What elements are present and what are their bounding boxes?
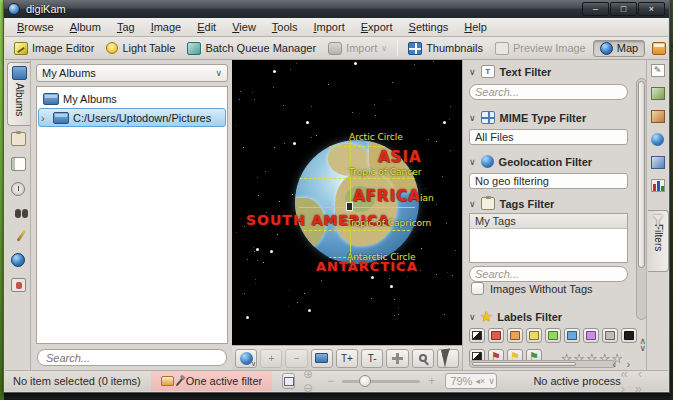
geolocation-filter-header[interactable]: ∨ Geolocation Filter (469, 155, 592, 168)
thumbnails-button[interactable]: Thumbnails (403, 40, 488, 57)
collapse-icon[interactable]: ∨ (469, 157, 476, 167)
minimize-button[interactable]: – (582, 2, 609, 16)
map-theme-button[interactable]: ∨ (235, 349, 257, 368)
color-label-orange-button[interactable] (507, 328, 523, 343)
preview-image-button[interactable]: Preview Image (490, 40, 591, 57)
text-filter-header[interactable]: ∨ T Text Filter (469, 65, 551, 78)
color-label-blue-button[interactable] (564, 328, 580, 343)
collapse-icon[interactable]: ∨ (469, 67, 476, 77)
mime-filter-combo[interactable]: All Files (469, 129, 628, 145)
sidebar-tab-search-icon[interactable] (15, 209, 21, 218)
zoom-level-combo[interactable]: 79% ◂× ∨ (445, 373, 497, 389)
map-zoom-out-button[interactable]: − (285, 349, 307, 368)
collapse-icon[interactable]: ∨ (469, 113, 476, 123)
gps-marker[interactable] (346, 202, 353, 211)
navigation-buttons[interactable]: « ‹ › » (621, 366, 658, 396)
zoom-slider-handle[interactable] (359, 375, 371, 387)
tags-list[interactable]: My Tags (469, 213, 628, 263)
images-without-tags-checkbox[interactable] (471, 282, 484, 295)
color-label-magenta-button[interactable] (583, 328, 599, 343)
collapse-icon[interactable]: ∨ (469, 312, 476, 322)
sidebar-tab-versions-icon[interactable] (651, 156, 665, 169)
sidebar-tab-geolocation-icon[interactable] (651, 133, 664, 146)
sidebar-tab-fuzzy-icon[interactable] (16, 229, 26, 241)
tree-item-my-albums[interactable]: My Albums (37, 89, 227, 108)
active-filter-indicator[interactable]: One active filter (151, 371, 272, 391)
tags-list-header[interactable]: My Tags (470, 214, 627, 229)
filters-horizontal-scrollbar[interactable] (469, 360, 616, 368)
dropdown-icon[interactable]: ∨ (488, 376, 495, 386)
sidebar-tab-colors-icon[interactable] (651, 179, 665, 192)
albums-view-combo[interactable]: My Albums ∨ (36, 64, 228, 82)
menu-import[interactable]: Import (306, 19, 353, 35)
color-label-green-button[interactable] (545, 328, 561, 343)
maximize-button[interactable]: □ (610, 2, 637, 16)
menu-help[interactable]: Help (456, 19, 495, 35)
clear-icon[interactable]: ◂× (475, 376, 485, 386)
menu-album[interactable]: Album (62, 19, 109, 35)
title-bar[interactable]: digiKam – □ × (4, 0, 669, 18)
import-icon (328, 42, 342, 55)
hscrollbar-thumb[interactable] (472, 362, 576, 366)
color-label-gray-button[interactable] (602, 328, 618, 343)
slideshow-button[interactable]: Slideshow ∨ (647, 40, 673, 57)
map-zoom-in-button[interactable]: + (260, 349, 282, 368)
import-dropdown-icon[interactable]: ∨ (381, 44, 387, 53)
zoom-plus-button[interactable]: + (428, 374, 435, 388)
color-label-none-button[interactable] (469, 328, 485, 343)
menu-view[interactable]: View (224, 19, 264, 35)
sidebar-tab-filters[interactable]: Filters (648, 210, 669, 272)
text-filter-search-input[interactable]: Search... (469, 84, 628, 100)
geolocation-filter-combo[interactable]: No geo filtering (469, 173, 628, 189)
map-pan-mode-button[interactable] (386, 349, 408, 368)
close-button[interactable]: × (638, 2, 665, 16)
zoom-slider[interactable] (342, 380, 420, 383)
map-show-thumbnails-button[interactable] (311, 349, 333, 368)
scrollbar-arrows[interactable]: ∧∨ (639, 338, 646, 352)
menu-edit[interactable]: Edit (189, 19, 224, 35)
batch-queue-button[interactable]: Batch Queue Manager (182, 40, 321, 57)
tree-expander-icon[interactable]: › (41, 112, 49, 124)
scrollbar-thumb[interactable] (638, 81, 645, 268)
sidebar-tab-dates-icon[interactable] (11, 157, 26, 171)
import-button[interactable]: Import ∨ (323, 40, 392, 57)
menu-browse[interactable]: Browse (9, 19, 62, 35)
menu-image[interactable]: Image (143, 19, 190, 35)
labels-filter-header[interactable]: ∨ ★ Labels Filter (469, 310, 562, 323)
menu-settings[interactable]: Settings (401, 19, 457, 35)
sidebar-tab-tags-icon[interactable] (11, 132, 26, 146)
map-thumb-smaller-button[interactable]: T- (361, 349, 383, 368)
color-label-yellow-button[interactable] (526, 328, 542, 343)
light-table-button[interactable]: Light Table (101, 40, 180, 56)
images-without-tags-row[interactable]: Images Without Tags (471, 282, 593, 295)
sidebar-tab-albums[interactable]: Albums (7, 62, 30, 126)
zoom-minus-button[interactable]: − (327, 374, 334, 388)
sidebar-tab-captions-icon[interactable]: ✎ (651, 64, 665, 77)
tree-item-pictures[interactable]: › C:/Users/Uptodown/Pictures (38, 108, 226, 127)
filter-folder-icon (161, 376, 174, 386)
sidebar-tab-people-icon[interactable] (11, 278, 26, 292)
collapse-icon[interactable]: ∨ (469, 199, 476, 209)
color-label-black-button[interactable] (621, 328, 637, 343)
map-zoom-select-button[interactable] (412, 349, 434, 368)
sidebar-tab-map-icon[interactable] (11, 253, 25, 267)
thumbnail-size-button[interactable] (282, 373, 295, 389)
albums-search-input[interactable] (37, 349, 227, 366)
tags-filter-header[interactable]: ∨ Tags Filter (469, 197, 554, 210)
sidebar-tab-properties-icon[interactable] (651, 87, 665, 100)
fit-window-buttons[interactable]: ⊕ ⊖ (303, 367, 319, 395)
map-view[interactable]: Arctic Circle ASIA Tropic of Cancer AFRI… (232, 60, 462, 345)
tropic-cancer-line (299, 178, 415, 179)
image-editor-button[interactable]: Image Editor (9, 40, 99, 57)
color-label-red-button[interactable] (488, 328, 504, 343)
map-button[interactable]: Map (593, 40, 645, 57)
map-select-mode-button[interactable] (437, 349, 459, 368)
menu-tag[interactable]: Tag (109, 19, 143, 35)
map-thumb-bigger-button[interactable]: T+ (336, 349, 358, 368)
sidebar-tab-timeline-icon[interactable] (11, 182, 25, 196)
sidebar-tab-metadata-icon[interactable] (651, 110, 665, 123)
mime-filter-header[interactable]: ∨ MIME Type Filter (469, 111, 586, 124)
menu-export[interactable]: Export (353, 19, 401, 35)
menu-tools[interactable]: Tools (264, 19, 306, 35)
tags-search-input[interactable]: Search... (469, 266, 628, 282)
